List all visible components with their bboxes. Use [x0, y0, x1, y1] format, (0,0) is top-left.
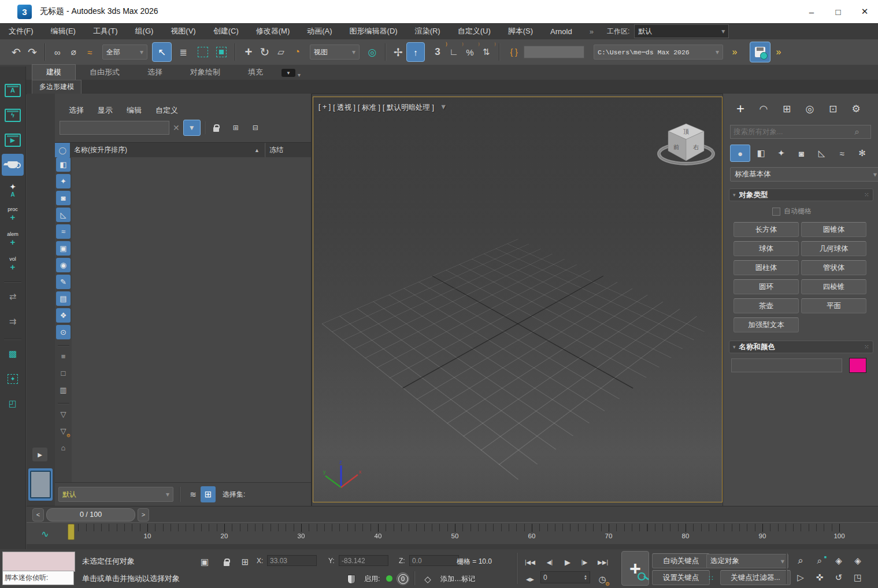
- filter-xrefs-icon[interactable]: ◉: [56, 258, 71, 272]
- object-color-swatch[interactable]: [849, 358, 866, 373]
- primitive-category-dropdown[interactable]: 标准基本体 ▾: [730, 167, 878, 182]
- menu-edit[interactable]: 编辑(E): [42, 23, 84, 39]
- viewport-menu-pov[interactable]: [ 透视 ]: [332, 103, 356, 113]
- go-to-end-icon[interactable]: ▶▶|: [595, 554, 611, 570]
- view-list-icon[interactable]: ≡: [56, 349, 71, 364]
- close-button[interactable]: ✕: [851, 1, 878, 23]
- explorer-menu-select[interactable]: 选择: [62, 102, 91, 119]
- ruler-track[interactable]: 0102030405060708090100: [71, 524, 845, 543]
- maxscript-mini-listener[interactable]: [2, 552, 75, 572]
- window-layout-icon[interactable]: ◰: [2, 393, 24, 415]
- viewcube[interactable]: 顶 前 右: [654, 114, 718, 175]
- select-and-scale-icon[interactable]: ▱: [273, 44, 289, 60]
- absolute-mode-icon[interactable]: ⊞: [237, 554, 253, 570]
- set-keys-button[interactable]: +: [621, 551, 649, 586]
- pan-hand-icon[interactable]: ✜: [811, 570, 828, 585]
- zoom-region-icon[interactable]: ▷: [792, 570, 809, 585]
- ribbon-panel-polygon-modeling[interactable]: 多边形建模: [32, 80, 81, 94]
- menu-create[interactable]: 创建(C): [205, 23, 247, 39]
- ribbon-tab-freeform[interactable]: 自由形式: [76, 65, 134, 80]
- viewport-menu-general[interactable]: [ + ]: [318, 103, 331, 113]
- lock-explorer-icon[interactable]: [208, 120, 224, 135]
- explorer-preset-dropdown[interactable]: 默认 ▾: [58, 487, 173, 502]
- auto-key-button[interactable]: 自动关键点: [652, 553, 710, 568]
- render-preview-icon[interactable]: [2, 154, 24, 176]
- ribbon-tab-populate[interactable]: 填充: [234, 65, 277, 80]
- redo-icon[interactable]: ↷: [24, 44, 40, 60]
- use-pivot-center-icon[interactable]: ◎: [364, 44, 380, 60]
- key-filter-pose-icon[interactable]: ∷: [704, 570, 718, 586]
- filter-hidden-icon[interactable]: ⊙: [56, 325, 71, 339]
- swap-tool-icon[interactable]: ⇄: [2, 286, 24, 308]
- z-coordinate-field[interactable]: [409, 555, 459, 566]
- project-folder-dropdown[interactable]: C:\Users\me⋯ds Max 2026 ▾: [594, 45, 723, 60]
- viewport-menu-shading[interactable]: [ 默认明暗处理 ]: [382, 103, 435, 113]
- keyboard-shortcut-override-button[interactable]: ↑: [406, 42, 425, 62]
- hierarchy-view-icon[interactable]: ⊞: [201, 486, 216, 502]
- spinner-snap-icon[interactable]: ⇅: [478, 44, 494, 60]
- ribbon-tab-selection[interactable]: 选择: [134, 65, 176, 80]
- ribbon-tab-modeling[interactable]: 建模: [32, 64, 76, 80]
- reference-coordinate-dropdown[interactable]: 视图 ▾: [310, 45, 360, 60]
- rollout-name-color[interactable]: ▾ 名称和颜色 ⁙: [729, 341, 873, 353]
- window-crossing-icon[interactable]: [213, 44, 229, 60]
- named-selection-sets-icon[interactable]: { }: [504, 44, 524, 60]
- menu-scripting[interactable]: 脚本(S): [499, 23, 542, 39]
- current-frame-field[interactable]: 0 ▲▼: [540, 571, 590, 583]
- select-and-rotate-icon[interactable]: ↻: [257, 44, 273, 60]
- create-geosphere-button[interactable]: 几何球体: [801, 241, 866, 256]
- tab-modify[interactable]: ◠: [752, 99, 775, 118]
- category-geometry-icon[interactable]: ●: [730, 145, 750, 162]
- track-bar-ruler[interactable]: ∿ 0102030405060708090100: [27, 522, 878, 545]
- pick-filter-icon[interactable]: ▽: [56, 407, 71, 421]
- maxscript-listener-label[interactable]: 脚本迷你侦听:: [2, 571, 74, 585]
- proc-add-icon[interactable]: proc +: [2, 204, 24, 225]
- autogrid-checkbox[interactable]: [772, 208, 780, 216]
- category-cameras-icon[interactable]: ◙: [792, 145, 811, 161]
- tab-display[interactable]: ⊡: [821, 99, 844, 118]
- clear-search-icon[interactable]: ✕: [173, 123, 180, 132]
- view-blank-icon[interactable]: □: [56, 366, 71, 380]
- key-filters-button[interactable]: 关键点过滤器...: [720, 570, 791, 585]
- go-to-start-icon[interactable]: |◀◀: [522, 554, 538, 570]
- tab-motion[interactable]: ◎: [798, 99, 821, 118]
- add-time-tag[interactable]: 添加…标记: [440, 574, 475, 584]
- explorer-list-body[interactable]: [72, 157, 311, 484]
- zero-badge[interactable]: 0: [397, 572, 409, 585]
- asset-quick-icon[interactable]: ϟ: [2, 104, 24, 126]
- x-coordinate-field[interactable]: [267, 555, 317, 566]
- light-analysis-icon[interactable]: ✦A: [2, 179, 24, 201]
- menu-rendering[interactable]: 渲染(R): [406, 23, 449, 39]
- snaps-toggle-icon[interactable]: 3: [429, 44, 446, 60]
- render-overflow-chevron[interactable]: »: [770, 44, 787, 60]
- play-animation-icon[interactable]: ▶: [560, 554, 576, 570]
- select-and-move-icon[interactable]: +: [240, 44, 257, 60]
- toolbar-overflow-chevron[interactable]: »: [727, 44, 743, 60]
- create-sphere-button[interactable]: 球体: [733, 241, 799, 256]
- filter-space-warps-icon[interactable]: ≈: [56, 224, 71, 239]
- filter-shapes-icon[interactable]: ◧: [56, 157, 71, 172]
- category-systems-icon[interactable]: ✻: [853, 145, 872, 161]
- category-space-warps-icon[interactable]: ≈: [832, 145, 851, 161]
- layer-explorer-icon[interactable]: ≋: [186, 486, 201, 502]
- unlink-icon[interactable]: ⌀: [65, 44, 81, 60]
- degradation-shield-icon[interactable]: [344, 571, 359, 587]
- ribbon-minimize-icon[interactable]: ▼: [281, 69, 295, 77]
- time-configuration-icon[interactable]: ◷⚙: [594, 571, 610, 587]
- light-set-icon[interactable]: ✦: [2, 368, 24, 390]
- filter-config-icon[interactable]: ▽⚙: [56, 424, 71, 438]
- named-selection-input[interactable]: [524, 46, 584, 58]
- create-torus-button[interactable]: 圆环: [733, 279, 799, 294]
- asset-play-icon[interactable]: ▶: [2, 129, 24, 151]
- collection-icon[interactable]: ⌂: [56, 441, 71, 455]
- view-detail-icon[interactable]: ▥: [56, 383, 71, 397]
- time-tag-cube-icon[interactable]: ◇: [420, 571, 436, 587]
- filter-containers-icon[interactable]: ▤: [56, 291, 71, 306]
- menu-group[interactable]: 组(G): [127, 23, 162, 39]
- object-name-input[interactable]: [731, 358, 842, 372]
- zoom-all-icon[interactable]: ⌕■: [811, 553, 828, 568]
- create-box-button[interactable]: 长方体: [733, 222, 799, 237]
- percent-snap-icon[interactable]: %: [462, 44, 478, 60]
- tab-utilities[interactable]: ⚙: [844, 99, 868, 118]
- workspace-dropdown[interactable]: 默认 ▾: [634, 24, 729, 38]
